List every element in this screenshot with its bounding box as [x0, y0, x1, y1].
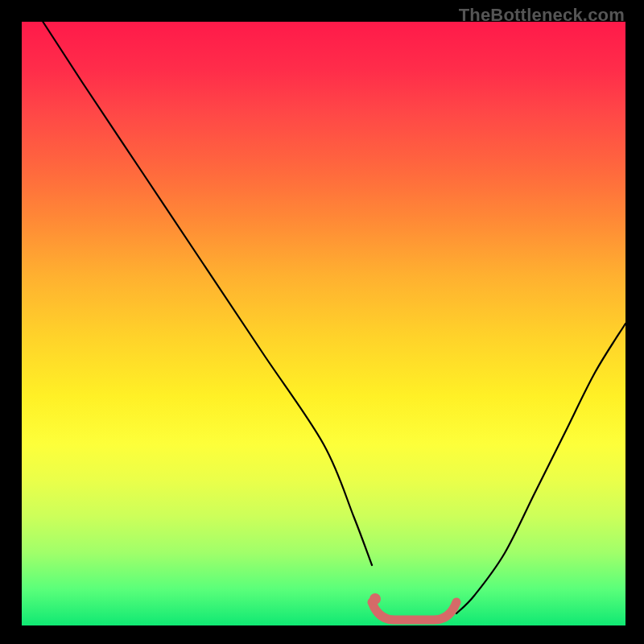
chart-container: TheBottleneck.com: [0, 0, 644, 644]
plot-gradient-area: [22, 22, 625, 625]
watermark-text: TheBottleneck.com: [459, 5, 625, 26]
